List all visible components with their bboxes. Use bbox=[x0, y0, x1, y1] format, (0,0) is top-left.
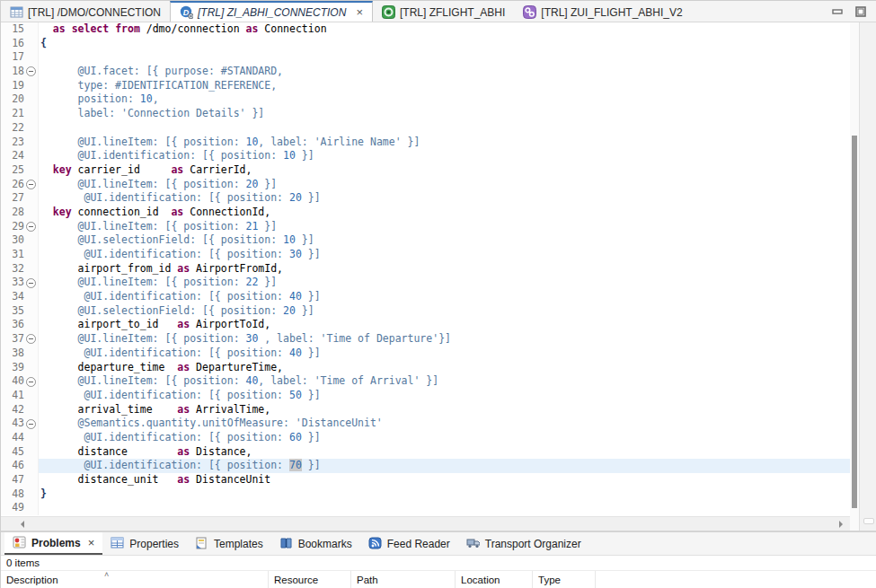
view-tab-transport-organizer[interactable]: Transport Organizer bbox=[458, 532, 589, 555]
code-line[interactable]: 43 @Semantics.quantity.unitOfMeasure: 'D… bbox=[1, 417, 850, 431]
code-area[interactable]: 15 as select from /dmo/connection as Con… bbox=[1, 22, 850, 516]
line-number[interactable]: 43 bbox=[1, 417, 24, 431]
code-text[interactable]: type: #IDENTIFICATION_REFERENCE, bbox=[39, 79, 850, 93]
code-text[interactable]: as select from /dmo/connection as Connec… bbox=[39, 22, 850, 37]
code-line[interactable]: 42 arrival_time as ArrivalTime, bbox=[1, 403, 850, 417]
line-number[interactable]: 41 bbox=[1, 389, 24, 403]
code-text[interactable]: @UI.lineItem: [{ position: 21 }] bbox=[39, 220, 850, 234]
code-text[interactable]: @UI.lineItem: [{ position: 22 }] bbox=[39, 276, 850, 290]
line-number[interactable]: 27 bbox=[1, 191, 24, 206]
code-text[interactable] bbox=[39, 50, 850, 65]
editor-tab-4[interactable]: [TRL] ZUI_FLIGHT_ABHI_V2 bbox=[514, 1, 691, 22]
code-line[interactable]: 31 @UI.identification: [{ position: 30 }… bbox=[1, 248, 850, 262]
code-text[interactable]: @UI.selectionField: [{ position: 10 }] bbox=[39, 233, 850, 248]
minimize-icon[interactable] bbox=[832, 7, 843, 16]
code-line[interactable]: 34 @UI.identification: [{ position: 40 }… bbox=[1, 290, 850, 304]
code-line[interactable]: 44 @UI.identification: [{ position: 60 }… bbox=[1, 431, 850, 445]
code-text[interactable]: position: 10, bbox=[39, 92, 850, 107]
view-tab-bookmarks[interactable]: Bookmarks bbox=[271, 532, 360, 555]
code-text[interactable]: @UI.lineItem: [{ position: 40, label: 'T… bbox=[39, 374, 850, 389]
restore-icon[interactable] bbox=[855, 6, 866, 17]
code-text[interactable]: label: 'Connection Details' }] bbox=[39, 107, 850, 121]
line-number[interactable]: 45 bbox=[1, 445, 24, 460]
line-number[interactable]: 34 bbox=[1, 290, 24, 304]
code-text[interactable]: @UI.lineItem: [{ position: 30 , label: '… bbox=[39, 332, 850, 347]
code-text[interactable]: distance as Distance, bbox=[39, 445, 850, 460]
close-icon[interactable]: × bbox=[88, 536, 95, 549]
code-text[interactable]: key carrier_id as CarrierId, bbox=[39, 163, 850, 178]
circle-minus-icon[interactable] bbox=[26, 377, 36, 387]
fold-collapse-icon[interactable] bbox=[24, 178, 39, 192]
column-header-description[interactable]: Description˄ bbox=[1, 571, 269, 588]
vertical-scrollbar[interactable] bbox=[850, 22, 859, 531]
fold-collapse-icon[interactable] bbox=[24, 417, 39, 431]
line-number[interactable]: 38 bbox=[1, 347, 24, 361]
code-text[interactable]: @UI.identification: [{ position: 40 }] bbox=[39, 347, 850, 361]
code-line[interactable]: 19 type: #IDENTIFICATION_REFERENCE, bbox=[1, 79, 850, 93]
code-text[interactable]: @UI.selectionField: [{ position: 20 }] bbox=[39, 304, 850, 319]
code-line[interactable]: 45 distance as Distance, bbox=[1, 445, 850, 460]
line-number[interactable]: 48 bbox=[1, 487, 24, 502]
line-number[interactable]: 36 bbox=[1, 318, 24, 332]
column-header-type[interactable]: Type bbox=[533, 571, 596, 588]
code-text[interactable]: airport_to_id as AirportToId, bbox=[39, 318, 850, 332]
view-tab-feed-reader[interactable]: Feed Reader bbox=[360, 532, 458, 555]
circle-minus-icon[interactable] bbox=[26, 278, 36, 288]
view-tab-properties[interactable]: Properties bbox=[102, 532, 187, 555]
code-text[interactable]: arrival_time as ArrivalTime, bbox=[39, 403, 850, 417]
line-number[interactable]: 18 bbox=[1, 65, 24, 79]
fold-collapse-icon[interactable] bbox=[24, 276, 39, 290]
line-number[interactable]: 28 bbox=[1, 206, 24, 220]
code-line[interactable]: 28 key connection_id as ConnectionId, bbox=[1, 206, 850, 220]
code-line[interactable]: 15 as select from /dmo/connection as Con… bbox=[1, 22, 850, 37]
fold-collapse-icon[interactable] bbox=[24, 220, 39, 234]
code-text[interactable] bbox=[39, 501, 850, 515]
code-line[interactable]: 17 bbox=[1, 50, 850, 65]
line-number[interactable]: 47 bbox=[1, 473, 24, 487]
code-line[interactable]: 30 @UI.selectionField: [{ position: 10 }… bbox=[1, 233, 850, 248]
fold-collapse-icon[interactable] bbox=[24, 374, 39, 389]
circle-minus-icon[interactable] bbox=[26, 419, 36, 429]
circle-minus-icon[interactable] bbox=[26, 180, 36, 189]
line-number[interactable]: 20 bbox=[1, 92, 24, 107]
line-number[interactable]: 24 bbox=[1, 149, 24, 163]
horizontal-scrollbar[interactable] bbox=[1, 516, 850, 531]
column-header-path[interactable]: Path bbox=[351, 571, 456, 588]
circle-minus-icon[interactable] bbox=[26, 66, 36, 76]
line-number[interactable]: 49 bbox=[1, 501, 24, 515]
line-number[interactable]: 39 bbox=[1, 361, 24, 375]
code-text[interactable]: @UI.lineItem: [{ position: 20 }] bbox=[39, 178, 850, 192]
line-number[interactable]: 17 bbox=[1, 50, 24, 65]
line-number[interactable]: 22 bbox=[1, 121, 24, 136]
code-line[interactable]: 23 @UI.lineItem: [{ position: 10, label:… bbox=[1, 136, 850, 150]
code-line[interactable]: 24 @UI.identification: [{ position: 10 }… bbox=[1, 149, 850, 163]
circle-minus-icon[interactable] bbox=[26, 222, 36, 232]
circle-minus-icon[interactable] bbox=[26, 334, 36, 344]
line-number[interactable]: 32 bbox=[1, 262, 24, 276]
code-line[interactable]: 38 @UI.identification: [{ position: 40 }… bbox=[1, 347, 850, 361]
code-line[interactable]: 22 bbox=[1, 121, 850, 136]
view-tab-problems[interactable]: Problems× bbox=[4, 532, 102, 555]
code-line[interactable]: 47 distance_unit as DistanceUnit bbox=[1, 473, 850, 487]
vertical-scrollbar-thumb[interactable] bbox=[852, 136, 857, 508]
line-number[interactable]: 37 bbox=[1, 332, 24, 347]
code-text[interactable]: @UI.identification: [{ position: 10 }] bbox=[39, 149, 850, 163]
editor-tab-3[interactable]: [TRL] ZFLIGHT_ABHI bbox=[373, 1, 514, 22]
line-number[interactable]: 44 bbox=[1, 431, 24, 445]
line-number[interactable]: 42 bbox=[1, 403, 24, 417]
close-icon[interactable]: × bbox=[356, 6, 363, 18]
code-line[interactable]: 39 departure_time as DepartureTime, bbox=[1, 361, 850, 375]
code-text[interactable]: @Semantics.quantity.unitOfMeasure: 'Dist… bbox=[39, 417, 850, 431]
line-number[interactable]: 23 bbox=[1, 136, 24, 150]
code-text[interactable]: departure_time as DepartureTime, bbox=[39, 361, 850, 375]
line-number[interactable]: 33 bbox=[1, 276, 24, 290]
code-line[interactable]: 37 @UI.lineItem: [{ position: 30 , label… bbox=[1, 332, 850, 347]
line-number[interactable]: 31 bbox=[1, 248, 24, 262]
line-number[interactable]: 19 bbox=[1, 79, 24, 93]
line-number[interactable]: 21 bbox=[1, 107, 24, 121]
code-text[interactable] bbox=[39, 121, 850, 136]
code-text[interactable]: airport_from_id as AirportFromId, bbox=[39, 262, 850, 276]
code-line[interactable]: 33 @UI.lineItem: [{ position: 22 }] bbox=[1, 276, 850, 290]
column-header-resource[interactable]: Resource bbox=[269, 571, 351, 588]
code-line[interactable]: 41 @UI.identification: [{ position: 50 }… bbox=[1, 389, 850, 403]
